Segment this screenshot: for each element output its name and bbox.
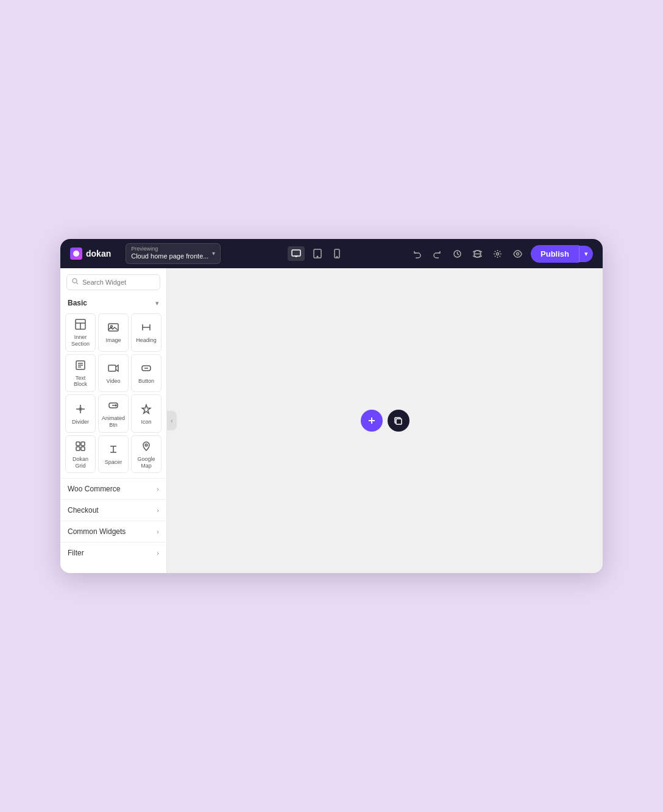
device-desktop-button[interactable] bbox=[288, 246, 305, 261]
image-icon bbox=[108, 322, 119, 335]
search-box bbox=[60, 268, 166, 294]
dokan-grid-icon bbox=[75, 441, 86, 454]
responsive-button[interactable] bbox=[470, 247, 484, 261]
filter-arrow: › bbox=[157, 549, 159, 557]
search-input[interactable] bbox=[82, 279, 155, 286]
preview-button[interactable] bbox=[511, 247, 525, 261]
basic-section-chevron: ▾ bbox=[155, 299, 159, 307]
logo-text: dokan bbox=[86, 249, 111, 258]
filter-section[interactable]: Filter › bbox=[60, 542, 166, 563]
woo-commerce-label: Woo Commerce bbox=[68, 485, 120, 493]
widget-video-label: Video bbox=[107, 378, 121, 385]
woo-commerce-section[interactable]: Woo Commerce › bbox=[60, 478, 166, 499]
common-widgets-arrow: › bbox=[157, 528, 159, 535]
svg-point-10 bbox=[497, 252, 499, 255]
device-mobile-button[interactable] bbox=[330, 246, 344, 261]
redo-button[interactable] bbox=[430, 247, 444, 261]
widget-image-label: Image bbox=[105, 337, 121, 344]
woo-commerce-arrow: › bbox=[157, 485, 159, 493]
filter-label: Filter bbox=[68, 549, 84, 557]
checkout-section[interactable]: Checkout › bbox=[60, 499, 166, 521]
widget-google-map[interactable]: Google Map bbox=[131, 435, 161, 474]
device-buttons bbox=[288, 246, 344, 261]
undo-button[interactable] bbox=[410, 247, 424, 261]
previewing-value: Cloud home page fronte... bbox=[131, 252, 208, 260]
canvas-area[interactable]: ‹ bbox=[167, 268, 603, 573]
spacer-icon bbox=[108, 444, 119, 457]
common-widgets-section[interactable]: Common Widgets › bbox=[60, 521, 166, 542]
device-tablet-button[interactable] bbox=[310, 246, 325, 261]
preview-dropdown[interactable]: Previewing Cloud home page fronte... ▾ bbox=[126, 243, 221, 263]
toolbar-right: Publish ▾ bbox=[410, 245, 593, 263]
widget-button-label: Button bbox=[138, 378, 154, 385]
previewing-label: Previewing bbox=[131, 246, 208, 252]
publish-dropdown-button[interactable]: ▾ bbox=[579, 246, 593, 262]
google-map-icon bbox=[141, 441, 152, 454]
add-element-button[interactable] bbox=[361, 410, 383, 432]
widget-text-block-label: Text Block bbox=[68, 375, 93, 388]
search-icon bbox=[72, 278, 79, 287]
svg-point-5 bbox=[317, 256, 318, 257]
svg-rect-36 bbox=[76, 442, 80, 446]
svg-rect-39 bbox=[81, 447, 85, 451]
svg-point-35 bbox=[115, 405, 116, 406]
inner-section-icon bbox=[75, 319, 86, 332]
widget-animated-btn[interactable]: Animated Btn bbox=[98, 394, 129, 433]
app-window: dokan Previewing Cloud home page fronte.… bbox=[60, 239, 603, 573]
widget-dokan-grid-label: Dokan Grid bbox=[68, 456, 93, 469]
animated-btn-icon bbox=[108, 400, 119, 413]
svg-point-43 bbox=[145, 444, 147, 446]
basic-section-title: Basic bbox=[68, 299, 87, 307]
search-input-wrap[interactable] bbox=[66, 274, 160, 290]
widget-divider-label: Divider bbox=[72, 419, 89, 426]
widget-button[interactable]: Button bbox=[131, 354, 161, 393]
widget-animated-btn-label: Animated Btn bbox=[101, 415, 126, 429]
widget-image[interactable]: Image bbox=[98, 313, 129, 352]
canvas-actions bbox=[361, 410, 410, 432]
svg-rect-46 bbox=[396, 419, 402, 424]
text-block-icon bbox=[75, 360, 86, 372]
svg-rect-37 bbox=[81, 442, 85, 446]
copy-element-button[interactable] bbox=[388, 410, 410, 432]
top-bar: dokan Previewing Cloud home page fronte.… bbox=[60, 239, 603, 268]
svg-rect-1 bbox=[292, 250, 300, 256]
widget-heading[interactable]: Heading bbox=[131, 313, 161, 352]
divider-icon bbox=[75, 404, 86, 416]
logo-area: dokan bbox=[70, 248, 111, 260]
svg-point-7 bbox=[336, 257, 337, 257]
svg-point-12 bbox=[73, 279, 77, 283]
widget-spacer[interactable]: Spacer bbox=[98, 435, 129, 474]
widget-grid: Inner Section Image Headin bbox=[60, 312, 166, 478]
widget-video[interactable]: Video bbox=[98, 354, 129, 393]
widget-inner-section-label: Inner Section bbox=[68, 334, 93, 347]
checkout-label: Checkout bbox=[68, 506, 99, 515]
widget-sidebar: Basic ▾ Inner Section bbox=[60, 268, 167, 573]
widget-divider[interactable]: Divider bbox=[65, 394, 96, 433]
svg-point-11 bbox=[517, 252, 519, 255]
heading-icon bbox=[141, 322, 152, 335]
video-icon bbox=[108, 363, 119, 376]
widget-heading-label: Heading bbox=[136, 337, 157, 344]
checkout-arrow: › bbox=[157, 507, 159, 514]
chevron-down-icon: ▾ bbox=[212, 250, 215, 257]
svg-point-0 bbox=[73, 251, 79, 257]
svg-rect-17 bbox=[108, 324, 118, 331]
svg-line-13 bbox=[77, 283, 79, 285]
widget-google-map-label: Google Map bbox=[134, 456, 158, 469]
basic-section-header[interactable]: Basic ▾ bbox=[60, 294, 166, 312]
widget-icon[interactable]: Icon bbox=[131, 394, 161, 433]
widget-spacer-label: Spacer bbox=[105, 459, 122, 466]
svg-rect-26 bbox=[108, 365, 116, 371]
svg-rect-38 bbox=[76, 447, 80, 451]
widget-dokan-grid[interactable]: Dokan Grid bbox=[65, 435, 96, 474]
logo-icon bbox=[70, 248, 82, 260]
collapse-sidebar-handle[interactable]: ‹ bbox=[167, 411, 177, 430]
button-icon bbox=[141, 363, 152, 376]
main-content: Basic ▾ Inner Section bbox=[60, 268, 603, 573]
settings-button[interactable] bbox=[491, 247, 505, 261]
history-button[interactable] bbox=[450, 247, 464, 261]
widget-text-block[interactable]: Text Block bbox=[65, 354, 96, 393]
publish-button-group: Publish ▾ bbox=[531, 245, 593, 263]
widget-inner-section[interactable]: Inner Section bbox=[65, 313, 96, 352]
publish-button[interactable]: Publish bbox=[531, 245, 579, 263]
